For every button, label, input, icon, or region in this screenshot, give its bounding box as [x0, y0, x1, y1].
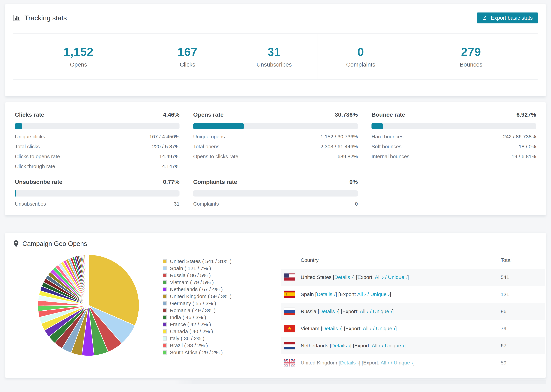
germany-flag-icon [284, 376, 295, 378]
export-all-link[interactable]: All › [375, 274, 384, 280]
details-link[interactable]: Details › [322, 326, 341, 331]
legend-label: India ( 46 / 3% ) [170, 315, 206, 320]
progress-bar-fill [372, 123, 383, 129]
geo-opens-card: Campaign Geo Opens United States ( 541 /… [5, 233, 546, 378]
column-header-country: Country [281, 257, 501, 263]
summary-stat-clicks: 167Clicks [144, 34, 231, 79]
export-unique-link[interactable]: Unique › [385, 343, 404, 348]
progress-bar-fill [15, 190, 16, 196]
summary-stat-opens: 1,152Opens [13, 34, 144, 79]
progress-bar-track [193, 190, 358, 196]
stat-label: Opens [70, 61, 87, 68]
legend-swatch [163, 315, 167, 320]
legend-item-netherlands: Netherlands ( 67 / 4% ) [163, 287, 232, 292]
legend-label: Romania ( 49 / 3% ) [170, 308, 216, 313]
rate-row: Total clicks 220 / 5.87% [15, 144, 179, 149]
rate-row-label: Click through rate [15, 164, 55, 169]
details-link[interactable]: Details › [325, 377, 343, 378]
legend-item-united-kingdom: United Kingdom ( 59 / 3% ) [163, 294, 232, 299]
details-link[interactable]: Details › [340, 360, 359, 365]
rate-section-header: Opens rate 30.736% [193, 111, 358, 118]
export-all-link[interactable]: All › [381, 360, 389, 365]
dotted-leader [221, 205, 353, 205]
export-all-link[interactable]: All › [365, 377, 374, 378]
rate-row-value: 18 / 0% [519, 144, 536, 149]
export-all-link[interactable]: All › [357, 291, 366, 297]
rate-section-complaints-rate: Complaints rate 0% Complaints 0 [193, 179, 358, 206]
legend-label: France ( 42 / 2% ) [170, 322, 211, 327]
legend-swatch [163, 336, 167, 341]
legend-swatch [163, 343, 167, 348]
country-cell: Germany [Details ›] [Export: All › / Uni… [301, 377, 501, 378]
details-link[interactable]: Details › [331, 343, 350, 348]
rate-row: Clicks to opens rate 14.497% [15, 154, 179, 159]
flag-cell [281, 325, 301, 332]
table-row-united-kingdom: United Kingdom [Details ›] [Export: All … [281, 354, 545, 371]
rate-rows: Unique opens 1,152 / 30.736% Total opens… [193, 134, 358, 159]
details-link[interactable]: Details › [334, 274, 353, 280]
legend-label: South Africa ( 29 / 2% ) [170, 350, 223, 355]
link-separator: / [373, 326, 374, 331]
export-basic-stats-button[interactable]: Export basic stats [477, 13, 538, 23]
rate-row-value: 0 [355, 201, 358, 206]
dotted-leader [222, 148, 318, 148]
export-all-link[interactable]: All › [360, 308, 369, 314]
rate-value: 4.46% [163, 111, 179, 118]
export-button-label: Export basic stats [491, 15, 533, 21]
legend-item-russia: Russia ( 86 / 5% ) [163, 273, 232, 278]
stat-value: 279 [461, 45, 481, 58]
total-cell: 121 [501, 291, 509, 297]
legend-swatch [163, 294, 167, 298]
table-row-united-states: United States [Details ›] [Export: All ›… [281, 269, 545, 286]
geo-opens-pie-chart[interactable] [37, 254, 140, 357]
export-unique-link[interactable]: Unique › [388, 274, 407, 280]
details-link[interactable]: Details › [317, 291, 335, 297]
total-cell: 67 [501, 343, 506, 349]
united-states-flag-icon [284, 273, 295, 281]
rate-row-value: 167 / 4.456% [149, 134, 179, 139]
rate-title: Complaints rate [193, 179, 237, 185]
legend-label: Germany ( 55 / 3% ) [170, 301, 216, 306]
rate-row-label: Clicks to opens rate [15, 154, 60, 159]
rate-value: 30.736% [335, 111, 358, 118]
export-all-link[interactable]: All › [372, 343, 381, 348]
dotted-leader [227, 138, 318, 138]
export-unique-link[interactable]: Unique › [376, 326, 395, 331]
country-name: Spain [301, 291, 314, 297]
flag-cell [281, 376, 301, 378]
total-cell: 55 [501, 377, 506, 378]
legend-swatch [163, 259, 167, 263]
netherlands-flag-icon [284, 342, 295, 350]
country-cell: Vietnam [Details ›] [Export: All › / Uni… [301, 326, 501, 331]
rate-row-label: Unsubscribes [15, 201, 46, 206]
export-unique-link[interactable]: Unique › [394, 360, 413, 365]
country-name: United States [301, 274, 332, 280]
export-unique-link[interactable]: Unique › [370, 291, 390, 297]
rate-row: Total opens 2,303 / 61.446% [193, 144, 358, 149]
export-icon [482, 15, 488, 21]
rate-row-value: 4.147% [162, 164, 179, 169]
export-all-link[interactable]: All › [363, 326, 372, 331]
rate-rows: Hard bounces 242 / 86.738% Soft bounces … [372, 134, 536, 159]
rate-row-value: 2,303 / 61.446% [320, 144, 358, 149]
total-cell: 59 [501, 360, 506, 366]
export-unique-link[interactable]: Unique › [373, 308, 392, 314]
country-name: United Kingdom [301, 360, 337, 365]
dotted-leader [404, 148, 516, 148]
export-unique-link[interactable]: Unique › [378, 377, 398, 378]
rate-title: Unsubscribe rate [15, 179, 63, 185]
rate-row-label: Hard bounces [372, 134, 403, 139]
stat-value: 0 [357, 45, 364, 58]
rate-row: Unique opens 1,152 / 30.736% [193, 134, 358, 139]
legend-item-romania: Romania ( 49 / 3% ) [163, 308, 232, 313]
legend-item-france: France ( 42 / 2% ) [163, 322, 232, 327]
total-cell: 79 [501, 326, 506, 331]
location-pin-icon [13, 240, 19, 247]
stat-value: 167 [177, 45, 197, 58]
progress-bar-track [372, 123, 536, 129]
table-row-netherlands: Netherlands [Details ›] [Export: All › /… [281, 337, 545, 354]
rate-row-label: Unique clicks [15, 134, 45, 139]
details-link[interactable]: Details › [319, 308, 338, 314]
country-cell: Netherlands [Details ›] [Export: All › /… [301, 343, 501, 349]
rate-row-label: Internal bounces [372, 154, 410, 159]
